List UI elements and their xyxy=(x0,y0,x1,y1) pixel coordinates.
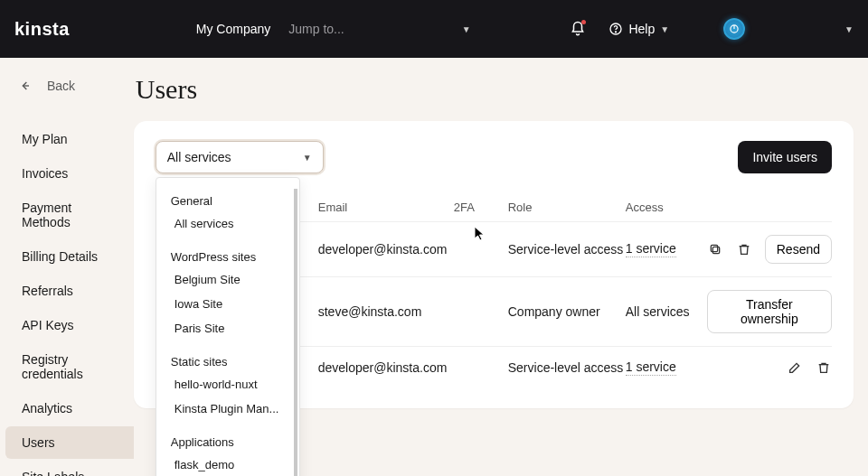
sidebar-item-payment-methods[interactable]: Payment Methods xyxy=(5,191,134,238)
service-filter-button[interactable]: All services ▼ xyxy=(156,141,324,173)
sidebar-item-analytics[interactable]: Analytics xyxy=(5,392,134,425)
service-filter: All services ▼ GeneralAll servicesWordPr… xyxy=(156,141,324,173)
access-link[interactable]: 1 service xyxy=(626,359,676,376)
jump-to[interactable]: Jump to... ▼ xyxy=(288,22,470,36)
cell-role: Company owner xyxy=(508,304,626,319)
row-actions xyxy=(707,359,832,376)
dropdown-item[interactable]: All services xyxy=(156,211,294,236)
sidebar-item-site-labels[interactable]: Site Labels xyxy=(5,461,134,476)
service-filter-dropdown: GeneralAll servicesWordPress sitesBelgiu… xyxy=(156,177,300,476)
col-access: Access xyxy=(626,201,707,214)
sidebar: Back My PlanInvoicesPayment MethodsBilli… xyxy=(0,58,134,476)
topbar: kinsta My Company Jump to... ▼ Help ▼ ▼ xyxy=(0,0,868,58)
sidebar-item-registry-credentials[interactable]: Registry credentials xyxy=(5,343,134,390)
resend-button[interactable]: Resend xyxy=(765,235,832,264)
logo: kinsta xyxy=(14,19,70,40)
copy-icon[interactable] xyxy=(707,241,723,257)
dropdown-item[interactable]: Belgium Site xyxy=(156,267,294,292)
cell-access: All services xyxy=(626,304,707,319)
invite-users-button[interactable]: Invite users xyxy=(738,141,832,173)
help-icon xyxy=(609,22,623,36)
access-link: All services xyxy=(626,304,690,319)
svg-rect-5 xyxy=(711,245,717,251)
col-2fa: 2FA xyxy=(454,201,508,214)
sidebar-item-billing-details[interactable]: Billing Details xyxy=(5,240,134,273)
sidebar-item-users[interactable]: Users xyxy=(5,426,134,459)
cell-email: steve@kinsta.com xyxy=(318,304,454,319)
chevron-down-icon: ▼ xyxy=(462,24,471,34)
sidebar-item-my-plan[interactable]: My Plan xyxy=(5,123,134,155)
access-link[interactable]: 1 service xyxy=(626,241,676,257)
chevron-down-icon: ▼ xyxy=(303,153,312,163)
row-actions: Resend xyxy=(707,235,832,264)
chevron-down-icon: ▼ xyxy=(660,24,669,34)
cell-role: Service-level access xyxy=(508,360,626,375)
dropdown-group-label: WordPress sites xyxy=(156,245,294,267)
help-label: Help xyxy=(628,22,655,36)
page-title: Users xyxy=(136,74,854,105)
user-avatar[interactable] xyxy=(723,18,745,40)
row-actions: Transfer ownership xyxy=(707,290,832,333)
svg-rect-4 xyxy=(712,247,719,253)
sidebar-item-api-keys[interactable]: API Keys xyxy=(5,309,134,341)
dropdown-item[interactable]: Paris Site xyxy=(156,316,294,341)
dropdown-item[interactable]: hello-world-nuxt xyxy=(156,372,294,397)
delete-icon[interactable] xyxy=(816,359,832,376)
back-label: Back xyxy=(47,79,75,93)
edit-icon[interactable] xyxy=(787,359,803,376)
dropdown-group-label: Applications xyxy=(156,430,294,453)
notifications-button[interactable] xyxy=(565,16,590,42)
dropdown-group-label: General xyxy=(156,189,294,211)
users-panel: All services ▼ GeneralAll servicesWordPr… xyxy=(134,121,854,408)
transfer-button[interactable]: Transfer ownership xyxy=(707,290,832,333)
cell-access: 1 service xyxy=(626,241,707,257)
sidebar-item-invoices[interactable]: Invoices xyxy=(5,157,134,190)
help-menu[interactable]: Help ▼ xyxy=(609,22,669,36)
content: Users All services ▼ GeneralAll services… xyxy=(134,58,868,476)
cell-email: developer@kinsta.com xyxy=(318,242,454,257)
col-role: Role xyxy=(508,201,626,214)
dropdown-item[interactable]: flask_demo xyxy=(156,453,294,476)
svg-point-1 xyxy=(616,32,617,33)
jump-to-label: Jump to... xyxy=(288,22,344,36)
back-button[interactable]: Back xyxy=(0,78,134,110)
cell-access: 1 service xyxy=(626,359,707,376)
company-selector[interactable]: My Company xyxy=(196,22,270,36)
dropdown-item[interactable]: Kinsta Plugin Man... xyxy=(156,397,294,421)
cell-role: Service-level access xyxy=(508,242,626,257)
service-filter-value: All services xyxy=(167,150,231,164)
chevron-down-icon[interactable]: ▼ xyxy=(844,24,854,34)
dropdown-item[interactable]: Iowa Site xyxy=(156,292,294,316)
cell-email: developer@kinsta.com xyxy=(318,360,454,375)
sidebar-item-referrals[interactable]: Referrals xyxy=(5,275,134,307)
dropdown-group-label: Static sites xyxy=(156,350,294,372)
arrow-left-icon xyxy=(16,78,34,94)
delete-icon[interactable] xyxy=(736,241,752,257)
col-email: Email xyxy=(318,201,454,214)
power-icon xyxy=(728,23,741,35)
